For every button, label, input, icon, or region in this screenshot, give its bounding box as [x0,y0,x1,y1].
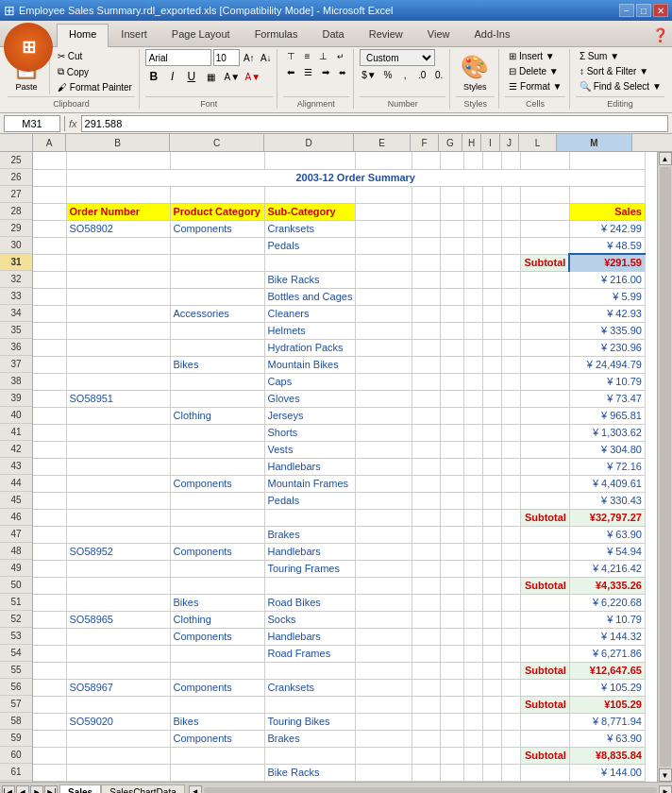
cell[interactable] [464,458,483,475]
cell[interactable] [33,220,66,237]
cell[interactable] [33,628,66,645]
subtotal-label-cell[interactable]: Subtotal [521,696,570,713]
cell[interactable] [483,203,502,220]
cell[interactable] [412,679,441,696]
tab-page-layout[interactable]: Page Layout [160,24,243,46]
increase-font-button[interactable]: A↑ [242,51,257,65]
cell[interactable] [483,560,502,577]
cell[interactable] [170,186,264,203]
cell[interactable] [464,679,483,696]
cell[interactable] [464,220,483,237]
sub-cat-cell[interactable]: Brakes [264,526,356,543]
cell[interactable] [170,271,264,288]
cell[interactable] [66,662,170,679]
row-60[interactable]: 60 [0,747,32,764]
cell[interactable] [66,628,170,645]
fill-color-button[interactable]: A▼ [223,70,242,84]
cell[interactable] [66,764,170,781]
maximize-button[interactable]: □ [636,4,651,17]
sales-cell[interactable]: ¥ 8,771.94 [569,713,645,730]
cell[interactable] [170,152,264,169]
cell[interactable] [521,730,570,747]
cell[interactable] [33,764,66,781]
cell[interactable] [441,492,464,509]
cell[interactable] [441,611,464,628]
align-center-button[interactable]: ☰ [300,65,316,79]
cell[interactable] [412,492,441,509]
cell[interactable] [441,322,464,339]
h-scroll-thumb[interactable] [204,787,657,794]
cell[interactable] [170,424,264,441]
cell[interactable] [264,254,356,271]
cell[interactable] [502,152,521,169]
cell[interactable] [356,730,412,747]
row-59[interactable]: 59 [0,730,32,747]
cell[interactable] [33,169,66,186]
cell[interactable] [483,492,502,509]
cell[interactable] [441,679,464,696]
sub-cat-cell[interactable]: Brakes [264,730,356,747]
cell[interactable] [170,645,264,662]
cell[interactable] [502,254,521,271]
cell[interactable] [66,424,170,441]
cell[interactable] [502,577,521,594]
cell[interactable] [412,628,441,645]
row-25[interactable]: 25 [0,152,32,169]
cell[interactable] [356,373,412,390]
row-41[interactable]: 41 [0,424,32,441]
sub-cat-cell[interactable]: Hydration Packs [264,339,356,356]
cell[interactable] [356,628,412,645]
cell[interactable] [356,407,412,424]
cell[interactable] [441,475,464,492]
cell[interactable] [170,560,264,577]
cell[interactable] [521,475,570,492]
cell[interactable] [170,764,264,781]
cell[interactable] [464,237,483,254]
cell[interactable] [569,186,645,203]
cell[interactable] [66,237,170,254]
cell[interactable] [33,254,66,271]
cell[interactable] [483,594,502,611]
cell[interactable] [264,696,356,713]
cell[interactable] [170,662,264,679]
help-icon[interactable]: ❓ [652,27,668,42]
font-name-input[interactable] [145,49,211,66]
cell[interactable] [66,577,170,594]
minimize-button[interactable]: − [619,4,634,17]
sales-cell[interactable]: ¥ 965.81 [569,407,645,424]
tab-data[interactable]: Data [310,24,356,46]
align-middle-button[interactable]: ≡ [301,49,314,63]
cell[interactable] [521,560,570,577]
cell[interactable] [170,390,264,407]
copy-button[interactable]: ⧉ Copy [54,64,136,79]
cell[interactable] [483,577,502,594]
cell[interactable] [521,322,570,339]
cell[interactable] [441,526,464,543]
row-33[interactable]: 33 [0,288,32,305]
cell[interactable] [441,271,464,288]
cell[interactable] [33,186,66,203]
row-58[interactable]: 58 [0,713,32,730]
subtotal-label-cell[interactable]: Subtotal [521,747,570,764]
cell[interactable] [412,764,441,781]
format-button[interactable]: ☰ Format ▼ [505,79,565,93]
cell[interactable] [441,220,464,237]
cell[interactable] [412,339,441,356]
cell[interactable] [464,356,483,373]
cell[interactable] [66,407,170,424]
cell[interactable] [441,696,464,713]
tab-view[interactable]: View [415,24,462,46]
sales-cell[interactable]: ¥ 24,494.79 [569,356,645,373]
row-49[interactable]: 49 [0,560,32,577]
sub-cat-cell[interactable]: Handlebars [264,628,356,645]
cell[interactable] [502,390,521,407]
cell[interactable] [412,373,441,390]
cell[interactable] [464,203,483,220]
col-header-m[interactable]: M [557,134,632,151]
cell[interactable] [464,645,483,662]
product-cat-cell[interactable]: Bikes [170,356,264,373]
cell[interactable] [33,543,66,560]
sub-cat-cell[interactable]: Road Bikes [264,594,356,611]
sub-cat-cell[interactable]: Jerseys [264,407,356,424]
cell[interactable] [464,305,483,322]
